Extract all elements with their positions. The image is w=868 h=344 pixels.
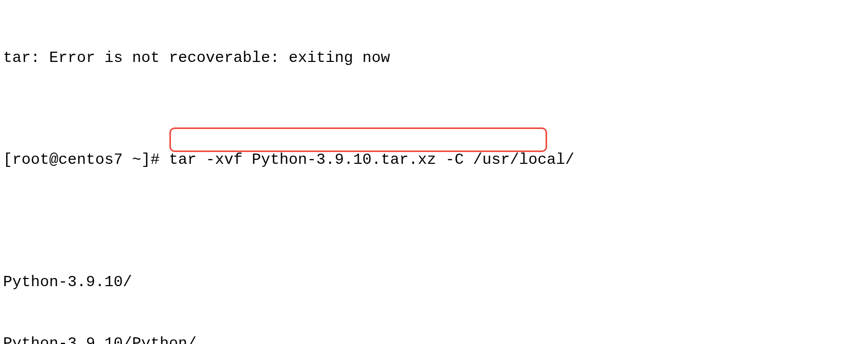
- command-highlight-annotation: [169, 127, 547, 152]
- terminal-output-line: Python-3.9.10/: [3, 272, 865, 293]
- typed-command[interactable]: tar -xvf Python-3.9.10.tar.xz -C /usr/lo…: [169, 151, 574, 168]
- terminal-window[interactable]: tar: Error is not recoverable: exiting n…: [0, 0, 868, 344]
- terminal-output-line: Python-3.9.10/Python/: [3, 334, 865, 344]
- terminal-command-line[interactable]: [root@centos7 ~]# tar -xvf Python-3.9.10…: [3, 130, 865, 211]
- shell-prompt: [root@centos7 ~]#: [3, 151, 169, 168]
- terminal-output-line: tar: Error is not recoverable: exiting n…: [3, 48, 865, 69]
